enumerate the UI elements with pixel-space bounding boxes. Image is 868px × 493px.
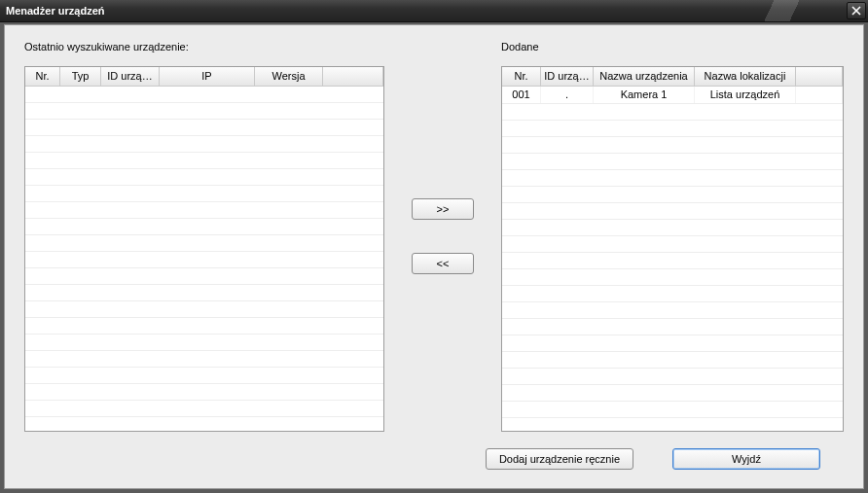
discovered-header-version[interactable]: Wersja: [255, 67, 323, 86]
added-header-nr[interactable]: Nr.: [502, 67, 541, 86]
discovered-grid[interactable]: Nr.TypID urzą…IPWersja: [24, 66, 384, 432]
discovered-header-device_id[interactable]: ID urzą…: [101, 67, 160, 86]
add-to-right-button[interactable]: >>: [412, 198, 474, 220]
exit-button[interactable]: Wyjdź: [672, 448, 820, 470]
added-header-device_name[interactable]: Nazwa urządzenia: [594, 67, 695, 86]
discovered-header-filler: [323, 67, 383, 86]
discovered-header-type[interactable]: Typ: [60, 67, 101, 86]
discovered-header-nr[interactable]: Nr.: [25, 67, 60, 86]
added-header-location_name[interactable]: Nazwa lokalizacji: [695, 67, 796, 86]
table-row[interactable]: 001.Kamera 1Lista urządzeń: [502, 87, 843, 104]
window-title: Menadżer urządzeń: [6, 5, 104, 17]
discovered-header-ip[interactable]: IP: [160, 67, 255, 86]
close-button[interactable]: [847, 2, 866, 19]
discovered-grid-header[interactable]: Nr.TypID urzą…IPWersja: [25, 67, 383, 87]
close-icon: [851, 6, 861, 16]
added-grid[interactable]: Nr.ID urzą…Nazwa urządzeniaNazwa lokaliz…: [501, 66, 844, 432]
added-panel: Dodane Nr.ID urzą…Nazwa urządzeniaNazwa …: [501, 41, 844, 432]
titlebar: Menadżer urządzeń: [0, 0, 868, 22]
added-header-filler: [796, 67, 843, 86]
discovered-label: Ostatnio wyszukiwane urządzenie:: [24, 41, 384, 53]
added-cell-device_name: Kamera 1: [594, 87, 695, 103]
titlebar-accent: [730, 0, 847, 21]
added-grid-body[interactable]: 001.Kamera 1Lista urządzeń: [502, 87, 843, 431]
added-label: Dodane: [501, 41, 844, 53]
footer-bar: Dodaj urządzenie ręcznie Wyjdź: [24, 432, 844, 473]
added-header-device_id[interactable]: ID urzą…: [541, 67, 594, 86]
added-grid-header[interactable]: Nr.ID urzą…Nazwa urządzeniaNazwa lokaliz…: [502, 67, 843, 87]
device-manager-window: Menadżer urządzeń Ostatnio wyszukiwane u…: [0, 0, 868, 493]
remove-from-right-button[interactable]: <<: [412, 253, 474, 274]
transfer-buttons: >> <<: [384, 41, 501, 432]
discovered-panel: Ostatnio wyszukiwane urządzenie: Nr.TypI…: [24, 41, 384, 432]
add-manual-button[interactable]: Dodaj urządzenie ręcznie: [486, 448, 633, 470]
added-cell-location_name: Lista urządzeń: [695, 87, 796, 103]
added-cell-nr: 001: [502, 87, 541, 103]
added-cell-device_id: .: [541, 87, 594, 103]
client-area: Ostatnio wyszukiwane urządzenie: Nr.TypI…: [4, 24, 864, 489]
discovered-grid-body[interactable]: [25, 87, 383, 431]
